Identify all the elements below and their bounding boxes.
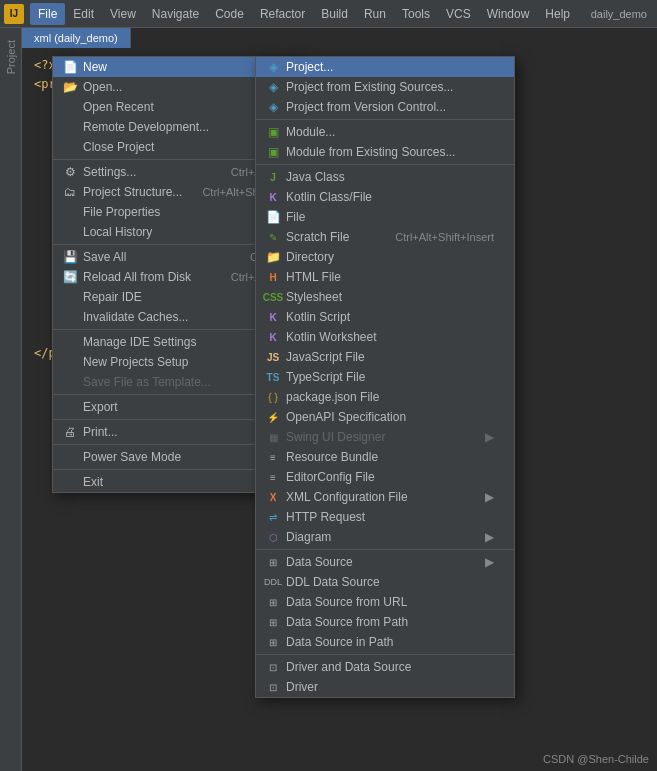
new-submenu-pkg[interactable]: { } package.json File (256, 387, 514, 407)
open-folder-icon: 📂 (61, 80, 79, 94)
ts-icon: TS (264, 370, 282, 384)
new-submenu: ◈ Project... ◈ Project from Existing Sou… (255, 56, 515, 698)
new-submenu-resource[interactable]: ≡ Resource Bundle (256, 447, 514, 467)
new-submenu-editorconfig-label: EditorConfig File (286, 470, 375, 484)
new-submenu-datasource-path[interactable]: ⊞ Data Source from Path (256, 612, 514, 632)
new-submenu-swing-label: Swing UI Designer (286, 430, 385, 444)
new-submenu-html-label: HTML File (286, 270, 341, 284)
dir-icon: 📁 (264, 250, 282, 264)
new-submenu-ts[interactable]: TS TypeScript File (256, 367, 514, 387)
menu-vcs[interactable]: VCS (438, 3, 479, 25)
new-submenu-editorconfig[interactable]: ≡ EditorConfig File (256, 467, 514, 487)
exit-icon (61, 475, 79, 489)
new-submenu-ddl[interactable]: DDL DDL Data Source (256, 572, 514, 592)
new-sep-4 (256, 654, 514, 655)
new-submenu-kotlin-label: Kotlin Class/File (286, 190, 372, 204)
new-submenu-scratch[interactable]: ✎ Scratch File Ctrl+Alt+Shift+Insert (256, 227, 514, 247)
new-submenu-datasource-in-path[interactable]: ⊞ Data Source in Path (256, 632, 514, 652)
new-submenu-module-existing-label: Module from Existing Sources... (286, 145, 455, 159)
kotlin-script-icon: K (264, 310, 282, 324)
new-submenu-existing-label: Project from Existing Sources... (286, 80, 453, 94)
menu-window[interactable]: Window (479, 3, 538, 25)
print-icon: 🖨 (61, 425, 79, 439)
new-submenu-module-existing[interactable]: ▣ Module from Existing Sources... (256, 142, 514, 162)
menu-code[interactable]: Code (207, 3, 252, 25)
css-icon: CSS (264, 290, 282, 304)
app-logo: IJ (4, 4, 24, 24)
new-submenu-kotlin-worksheet[interactable]: K Kotlin Worksheet (256, 327, 514, 347)
new-submenu-datasource-url[interactable]: ⊞ Data Source from URL (256, 592, 514, 612)
reload-icon: 🔄 (61, 270, 79, 284)
xml-arrow: ▶ (485, 490, 494, 504)
menu-view[interactable]: View (102, 3, 144, 25)
menu-run[interactable]: Run (356, 3, 394, 25)
new-submenu-html[interactable]: H HTML File (256, 267, 514, 287)
invalidate-icon (61, 310, 79, 324)
new-submenu-file[interactable]: 📄 File (256, 207, 514, 227)
menu-item-manage-ide-label: Manage IDE Settings (83, 335, 196, 349)
menu-file[interactable]: File (30, 3, 65, 25)
editor-tab[interactable]: xml (daily_demo) (22, 28, 131, 48)
menu-build[interactable]: Build (313, 3, 356, 25)
new-submenu-kotlin-script-label: Kotlin Script (286, 310, 350, 324)
new-submenu-diagram[interactable]: ⬡ Diagram ▶ (256, 527, 514, 547)
editor-area: xml (daily_demo) <?xml version <project … (22, 28, 657, 771)
new-submenu-kotlin-script[interactable]: K Kotlin Script (256, 307, 514, 327)
scratch-shortcut: Ctrl+Alt+Shift+Insert (375, 231, 494, 243)
new-submenu-project-label: Project... (286, 60, 333, 74)
new-submenu-module[interactable]: ▣ Module... (256, 122, 514, 142)
menu-item-save-template-label: Save File as Template... (83, 375, 211, 389)
new-submenu-driver-datasource[interactable]: ⊡ Driver and Data Source (256, 657, 514, 677)
watermark: CSDN @Shen-Childe (543, 753, 649, 765)
menu-refactor[interactable]: Refactor (252, 3, 313, 25)
side-panel: Project (0, 28, 22, 771)
menu-navigate[interactable]: Navigate (144, 3, 207, 25)
new-submenu-directory[interactable]: 📁 Directory (256, 247, 514, 267)
scratch-icon: ✎ (264, 230, 282, 244)
xml-icon: X (264, 490, 282, 504)
datasource-path-icon: ⊞ (264, 615, 282, 629)
menu-help[interactable]: Help (537, 3, 578, 25)
new-submenu-datasource[interactable]: ⊞ Data Source ▶ (256, 552, 514, 572)
close-project-icon (61, 140, 79, 154)
ddl-icon: DDL (264, 575, 282, 589)
new-submenu-scratch-label: Scratch File (286, 230, 349, 244)
menu-item-close-label: Close Project (83, 140, 154, 154)
menu-tools[interactable]: Tools (394, 3, 438, 25)
module-icon: ▣ (264, 125, 282, 139)
new-submenu-java[interactable]: J Java Class (256, 167, 514, 187)
menu-item-new-projects-label: New Projects Setup (83, 355, 188, 369)
new-submenu-existing[interactable]: ◈ Project from Existing Sources... (256, 77, 514, 97)
menu-bar: IJ File Edit View Navigate Code Refactor… (0, 0, 657, 28)
new-submenu-openapi[interactable]: ⚡ OpenAPI Specification (256, 407, 514, 427)
new-submenu-css[interactable]: CSS Stylesheet (256, 287, 514, 307)
new-submenu-http-label: HTTP Request (286, 510, 365, 524)
resource-icon: ≡ (264, 450, 282, 464)
new-submenu-vcs[interactable]: ◈ Project from Version Control... (256, 97, 514, 117)
new-submenu-driver[interactable]: ⊡ Driver (256, 677, 514, 697)
new-submenu-project[interactable]: ◈ Project... (256, 57, 514, 77)
new-submenu-ts-label: TypeScript File (286, 370, 365, 384)
menu-edit[interactable]: Edit (65, 3, 102, 25)
recent-icon (61, 100, 79, 114)
new-submenu-css-label: Stylesheet (286, 290, 342, 304)
new-submenu-datasource-label: Data Source (286, 555, 353, 569)
settings-icon: ⚙ (61, 165, 79, 179)
new-submenu-js-label: JavaScript File (286, 350, 365, 364)
new-submenu-js[interactable]: JS JavaScript File (256, 347, 514, 367)
new-submenu-xml[interactable]: X XML Configuration File ▶ (256, 487, 514, 507)
menu-item-file-props-label: File Properties (83, 205, 160, 219)
new-submenu-datasource-url-label: Data Source from URL (286, 595, 407, 609)
datasource-in-path-icon: ⊞ (264, 635, 282, 649)
menu-item-export-label: Export (83, 400, 118, 414)
new-submenu-pkg-label: package.json File (286, 390, 379, 404)
new-submenu-http[interactable]: ⇌ HTTP Request (256, 507, 514, 527)
new-submenu-kotlin[interactable]: K Kotlin Class/File (256, 187, 514, 207)
http-icon: ⇌ (264, 510, 282, 524)
menu-item-reload-label: Reload All from Disk (83, 270, 191, 284)
new-submenu-directory-label: Directory (286, 250, 334, 264)
html-icon: H (264, 270, 282, 284)
new-submenu-datasource-in-path-label: Data Source in Path (286, 635, 393, 649)
module-existing-icon: ▣ (264, 145, 282, 159)
power-save-icon (61, 450, 79, 464)
